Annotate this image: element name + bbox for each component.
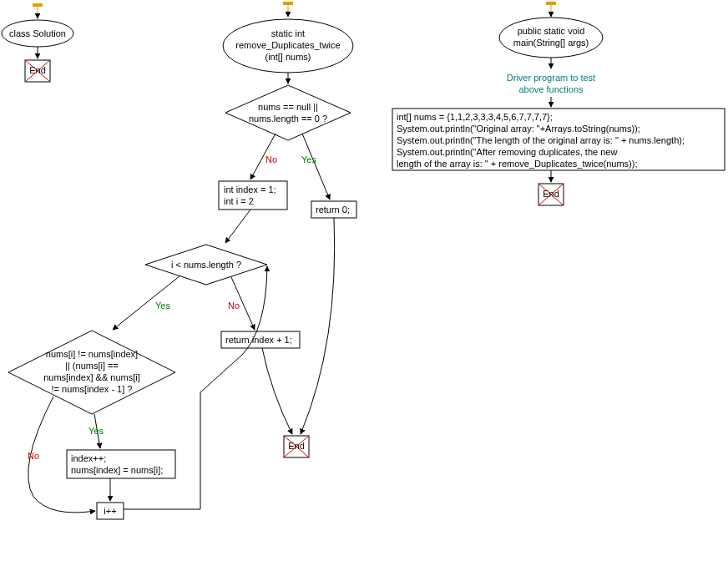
d3-l2: || (nums[i] ==	[65, 361, 119, 371]
main-oval: public static void main(String[] args)	[499, 18, 603, 58]
end-label: End	[29, 65, 46, 75]
body-l5: length of the array is: " + remove_Dupli…	[397, 159, 638, 169]
main-l2: main(String[] args)	[513, 38, 589, 48]
no-label: No	[228, 301, 240, 311]
col1: class Solution End	[2, 3, 73, 82]
retidx: return index + 1;	[225, 335, 292, 345]
assign-l2: nums[index] = nums[i];	[71, 465, 163, 475]
end-node: End	[25, 60, 50, 82]
func-l2: remove_Duplicates_twice	[235, 40, 340, 50]
inc: i++	[104, 506, 116, 516]
flowchart-canvas: class Solution End static int remove_Dup…	[0, 0, 728, 571]
func-l3: (int[] nums)	[265, 52, 311, 62]
svg-rect-8	[283, 2, 293, 5]
body-l3: System.out.println("The length of the or…	[397, 135, 685, 145]
function-oval: static int remove_Duplicates_twice (int[…	[223, 19, 353, 73]
no-label: No	[28, 451, 39, 461]
svg-rect-1	[33, 3, 43, 7]
init-box: int index = 1; int i = 2	[219, 181, 287, 210]
svg-marker-11	[225, 85, 351, 140]
init-l1: int index = 1;	[224, 184, 276, 195]
decision-nullcheck: nums == null || nums.length == 0 ?	[225, 85, 351, 140]
return-index-box: return index + 1;	[221, 331, 300, 348]
assign-l1: index++;	[71, 453, 106, 463]
col3: public static void main(String[] args) D…	[392, 2, 725, 205]
ret0: return 0;	[316, 205, 350, 215]
yes-label: Yes	[301, 154, 316, 164]
func-l1: static int	[271, 28, 305, 38]
class-label: class Solution	[9, 28, 66, 38]
main-l1: public static void	[518, 26, 585, 36]
init-l2: int i = 2	[224, 196, 254, 206]
body-box: int[] nums = {1,1,2,3,3,3,4,5,6,7,7,7,7}…	[392, 109, 725, 170]
start-arrow-icon	[283, 2, 293, 17]
start-arrow-icon	[546, 2, 556, 17]
comment-l2: above functions	[518, 84, 584, 94]
comment-l1: Driver program to test	[507, 73, 595, 83]
no-label: No	[265, 154, 277, 164]
d1-l1: nums == null ||	[258, 102, 318, 112]
increment-box: i++	[97, 503, 124, 519]
start-arrow-icon	[33, 3, 43, 18]
d3-l1: nums[i] != nums[index]	[46, 349, 138, 359]
body-l4: System.out.println("After removing dupli…	[397, 147, 617, 157]
col2: static int remove_Duplicates_twice (int[…	[8, 2, 356, 519]
yes-label: Yes	[155, 301, 170, 311]
assign-box: index++; nums[index] = nums[i];	[67, 450, 175, 478]
decision-compare: nums[i] != nums[index] || (nums[i] == nu…	[8, 331, 175, 414]
d2: i < nums.length ?	[171, 260, 241, 270]
svg-rect-24	[546, 2, 556, 5]
d3-l4: != nums[index - 1] ?	[52, 384, 133, 394]
class-oval: class Solution	[2, 20, 73, 47]
body-l2: System.out.println("Original array: "+Ar…	[397, 124, 640, 134]
end-label: End	[543, 189, 559, 199]
decision-loop: i < nums.length ?	[145, 245, 267, 285]
end-label: End	[288, 441, 305, 451]
end-node: End	[538, 184, 564, 205]
end-node: End	[284, 436, 309, 457]
d1-l2: nums.length == 0 ?	[249, 114, 327, 124]
return0-box: return 0;	[311, 201, 356, 218]
yes-label: Yes	[88, 426, 104, 436]
d3-l3: nums[index] && nums[i]	[43, 372, 140, 382]
body-l1: int[] nums = {1,1,2,3,3,3,4,5,6,7,7,7,7}…	[397, 112, 553, 122]
